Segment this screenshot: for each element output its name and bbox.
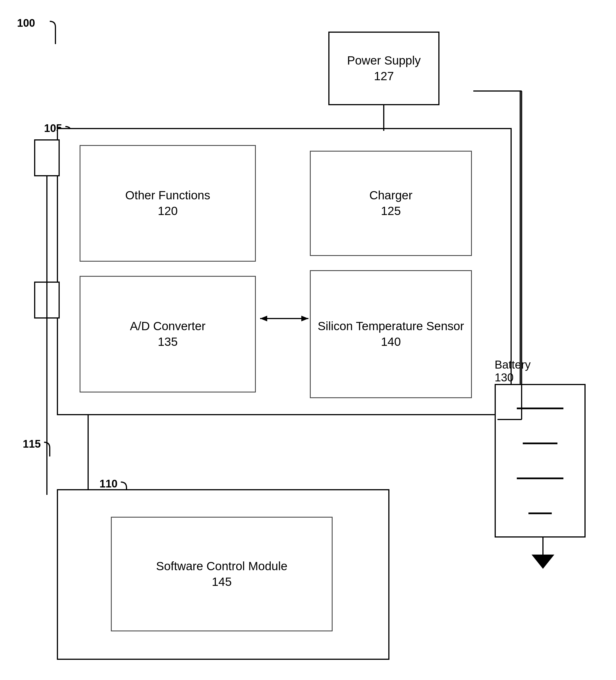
svg-marker-19 xyxy=(301,316,309,321)
battery-line-2 xyxy=(523,443,557,444)
other-functions-label: Other Functions 120 xyxy=(125,188,210,219)
left-tab-upper xyxy=(34,139,60,176)
software-control-box: Software Control Module 145 xyxy=(111,517,332,631)
battery-ground-symbol xyxy=(523,538,563,572)
power-supply-box: Power Supply 127 xyxy=(328,32,439,105)
silicon-temp-label: Silicon Temperature Sensor 140 xyxy=(318,318,464,349)
power-supply-label: Power Supply 127 xyxy=(347,53,421,84)
left-bracket-connection xyxy=(30,176,64,495)
label-100-bracket xyxy=(16,16,61,50)
silicon-temp-box: Silicon Temperature Sensor 140 xyxy=(310,270,472,398)
software-control-label: Software Control Module 145 xyxy=(156,559,287,590)
ad-converter-label: A/D Converter 135 xyxy=(130,318,206,349)
ad-converter-arrow xyxy=(255,313,314,324)
charger-label: Charger 125 xyxy=(369,188,412,219)
battery-line-3 xyxy=(517,478,563,479)
other-functions-box: Other Functions 120 xyxy=(80,145,256,262)
charger-box: Charger 125 xyxy=(310,151,472,256)
svg-marker-12 xyxy=(532,555,554,569)
svg-marker-18 xyxy=(260,316,267,321)
battery-line-4 xyxy=(528,512,552,514)
diagram-container: 100 105 115 110 Power Supply 127 Other F… xyxy=(0,0,616,680)
charger-battery-line xyxy=(470,85,533,427)
ad-converter-box: A/D Converter 135 xyxy=(80,276,256,393)
power-supply-connection xyxy=(381,105,389,131)
